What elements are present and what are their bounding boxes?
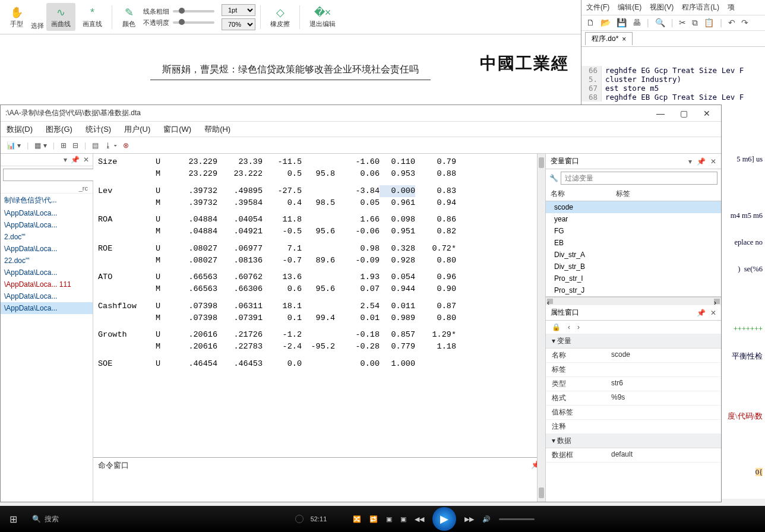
new-icon[interactable]: 🗋 bbox=[586, 18, 595, 28]
variable-item[interactable]: Div_str_B bbox=[546, 261, 721, 273]
maximize-icon[interactable]: ▢ bbox=[680, 109, 688, 118]
undo-icon[interactable]: ↶ bbox=[728, 18, 735, 28]
grid-icon[interactable]: ▦ ▾ bbox=[34, 141, 46, 150]
curve-tool[interactable]: ∿画曲线 bbox=[46, 3, 75, 31]
linewidth-combo[interactable]: 1pt bbox=[222, 4, 255, 16]
redo-icon[interactable]: ↷ bbox=[741, 18, 748, 28]
close-pane-icon[interactable]: ✕ bbox=[83, 156, 89, 164]
stata-iconbar: 📊 ▾ | ▦ ▾ | ⊞ ⊟ | ▤ ⭳ ▾ ⊗ bbox=[1, 137, 721, 154]
shuffle-icon[interactable]: 🔀 bbox=[353, 515, 361, 523]
filter-icon[interactable]: ▾ bbox=[688, 157, 692, 166]
repeat-icon[interactable]: 🔁 bbox=[369, 515, 378, 523]
paste-icon[interactable]: 📋 bbox=[704, 18, 714, 28]
variable-item[interactable]: FG bbox=[546, 225, 721, 237]
prev-icon[interactable]: ‹ bbox=[568, 323, 570, 331]
volume-slider[interactable] bbox=[499, 518, 535, 520]
var-hscroll[interactable]: ‹› bbox=[546, 297, 721, 305]
dl-icon[interactable]: ⭳ ▾ bbox=[105, 141, 117, 150]
next-icon[interactable]: › bbox=[577, 323, 580, 331]
history-item[interactable]: \AppData\Loca... bbox=[1, 207, 93, 219]
eraser-tool[interactable]: ◇橡皮擦 bbox=[265, 3, 295, 31]
app-icon[interactable]: ▣ bbox=[386, 515, 392, 523]
chart-icon[interactable]: 📊 ▾ bbox=[7, 141, 21, 150]
player-time: 52:11 bbox=[311, 515, 327, 522]
play-button[interactable]: ▶ bbox=[432, 507, 456, 531]
menu-lang[interactable]: 程序语言(L) bbox=[682, 2, 719, 12]
journal-name: 中國工業經 bbox=[480, 52, 569, 75]
history-item[interactable]: 22.doc"' bbox=[1, 255, 93, 267]
open-icon[interactable]: 📂 bbox=[600, 18, 611, 28]
cancel-icon[interactable]: ⊗ bbox=[123, 141, 129, 150]
menu-file[interactable]: 文件(F) bbox=[586, 2, 609, 12]
wrench-icon[interactable]: 🔧 bbox=[549, 174, 558, 182]
print-icon[interactable]: 🖶 bbox=[633, 18, 641, 28]
drawing-toolbar: ✋手型 选择 ∿画曲线 *画直线 ✎颜色 线条粗细 不透明度 1pt 70% ◇… bbox=[0, 0, 581, 34]
col-label[interactable]: 标签 bbox=[611, 187, 635, 201]
history-item[interactable]: \AppData\Loca... bbox=[1, 267, 93, 278]
variable-item[interactable]: EB bbox=[546, 237, 721, 249]
filter-icon[interactable]: ▾ bbox=[64, 156, 67, 164]
stata-window: :\AA-录制\绿色信贷\代码\数据\基准数据.dta — ▢ ✕ 数据(D) … bbox=[0, 104, 722, 502]
taskbar-search[interactable]: 🔍 搜索 bbox=[26, 514, 65, 524]
variable-item[interactable]: scode bbox=[546, 201, 721, 213]
menu-more[interactable]: 项 bbox=[728, 2, 735, 12]
table2-icon[interactable]: ⊟ bbox=[72, 141, 78, 150]
volume-icon[interactable]: 🔊 bbox=[482, 515, 491, 523]
pin-icon[interactable]: 📌 bbox=[697, 309, 706, 317]
lock-icon[interactable]: 🔒 bbox=[552, 323, 561, 331]
variable-item[interactable]: year bbox=[546, 213, 721, 225]
color-tool[interactable]: ✎颜色 bbox=[117, 3, 141, 31]
variable-item[interactable]: Pro_str_J bbox=[546, 284, 721, 296]
history-item[interactable]: 2.doc"' bbox=[1, 231, 93, 243]
col-name[interactable]: 名称 bbox=[546, 187, 611, 201]
pin-icon[interactable]: 📌 bbox=[697, 157, 706, 166]
menu-view[interactable]: 视图(V) bbox=[650, 2, 674, 12]
variable-item[interactable]: Pro_str_I bbox=[546, 273, 721, 284]
close-pane-icon[interactable]: ✕ bbox=[710, 157, 716, 166]
linewidth-slider[interactable] bbox=[173, 10, 214, 12]
search-icon[interactable]: 🔍 bbox=[655, 18, 665, 28]
results-scrollbar[interactable] bbox=[537, 154, 545, 502]
menu-stat[interactable]: 统计(S) bbox=[86, 124, 111, 134]
forward-icon[interactable]: ▶▶ bbox=[464, 515, 474, 523]
history-item[interactable]: \AppData\Loca... bbox=[1, 243, 93, 255]
hand-tool[interactable]: ✋手型 bbox=[5, 3, 29, 31]
menu-help[interactable]: 帮助(H) bbox=[204, 124, 230, 134]
history-item[interactable]: 制\绿色信贷\代... bbox=[1, 194, 93, 207]
minimize-icon[interactable]: — bbox=[656, 109, 665, 118]
pin-icon[interactable]: 📌 bbox=[71, 156, 80, 164]
history-item[interactable]: \AppData\Loca... bbox=[1, 219, 93, 231]
app-icon[interactable]: ▣ bbox=[400, 515, 406, 523]
results-text[interactable]: SizeU23.22923.39-11.5-1.600.1100.79M23.2… bbox=[93, 154, 545, 457]
menu-edit[interactable]: 编辑(E) bbox=[618, 2, 641, 12]
close-pane-icon[interactable]: ✕ bbox=[710, 309, 716, 317]
history-item[interactable]: \AppData\Loca... bbox=[1, 302, 93, 314]
opacity-combo[interactable]: 70% bbox=[222, 18, 255, 30]
line-tool[interactable]: *画直线 bbox=[78, 3, 107, 31]
start-button[interactable]: ⊞ bbox=[0, 506, 26, 532]
taskbar: ⊞ 🔍 搜索 52:11 🔀 🔁 ▣ ▣ ◀◀ ▶ ▶▶ 🔊 bbox=[0, 506, 765, 532]
menu-data[interactable]: 数据(D) bbox=[7, 124, 33, 134]
cut-icon[interactable]: ✂ bbox=[679, 18, 686, 28]
variable-item[interactable]: Div_str_A bbox=[546, 249, 721, 261]
opacity-slider[interactable] bbox=[173, 21, 214, 24]
close-tab-icon[interactable]: × bbox=[622, 35, 626, 43]
close-icon[interactable]: ✕ bbox=[703, 109, 710, 118]
exit-edit[interactable]: �×退出编辑 bbox=[305, 3, 340, 31]
copy-icon[interactable]: ⧉ bbox=[692, 18, 698, 28]
menu-graph[interactable]: 图形(G) bbox=[46, 124, 72, 134]
var-filter-input[interactable] bbox=[561, 172, 717, 185]
save-icon[interactable]: 💾 bbox=[617, 18, 627, 28]
editor-tab[interactable]: 程序.do*× bbox=[585, 32, 633, 45]
table1-icon[interactable]: ⊞ bbox=[61, 141, 67, 150]
sheet-icon[interactable]: ▤ bbox=[92, 141, 99, 150]
history-item[interactable]: \AppData\Loca... bbox=[1, 290, 93, 302]
command-input[interactable] bbox=[98, 471, 540, 499]
prop-section-var: ▾ 变量 bbox=[546, 334, 721, 349]
history-pane: ▾📌✕ ⓘ _rc 制\绿色信贷\代...\AppData\Loca...\Ap… bbox=[1, 154, 93, 502]
rewind-icon[interactable]: ◀◀ bbox=[415, 515, 424, 523]
history-search[interactable] bbox=[3, 169, 98, 181]
menu-window[interactable]: 窗口(W) bbox=[163, 124, 191, 134]
menu-user[interactable]: 用户(U) bbox=[124, 124, 150, 134]
history-item[interactable]: \AppData\Loca... 111 bbox=[1, 278, 93, 290]
